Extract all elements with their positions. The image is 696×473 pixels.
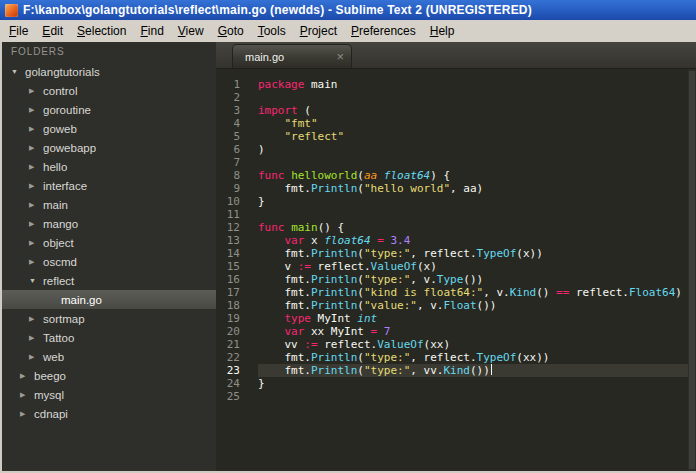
tree-folder-mango[interactable]: ▶mango [2, 214, 216, 233]
code-line-11[interactable] [258, 208, 688, 221]
code-line-12[interactable]: func main() { [258, 221, 688, 234]
code-token: MyInt [311, 312, 357, 325]
tree-folder-gowebapp[interactable]: ▶gowebapp [2, 138, 216, 157]
menu-preferences[interactable]: Preferences [344, 22, 423, 40]
tree-folder-interface[interactable]: ▶interface [2, 176, 216, 195]
tree-folder-control[interactable]: ▶control [2, 81, 216, 100]
code-line-3[interactable]: import ( [258, 104, 688, 117]
code-token: ( [357, 299, 364, 312]
menu-selection[interactable]: Selection [70, 22, 133, 40]
tree-folder-object[interactable]: ▶object [2, 233, 216, 252]
tree-folder-hello[interactable]: ▶hello [2, 157, 216, 176]
chevron-right-icon[interactable]: ▶ [20, 410, 34, 418]
code-line-8[interactable]: func helloworld(aa float64) { [258, 169, 688, 182]
chevron-right-icon[interactable]: ▶ [29, 334, 43, 342]
chevron-right-icon[interactable]: ▶ [29, 87, 43, 95]
code-line-14[interactable]: fmt.Println("type:", reflect.TypeOf(x)) [258, 247, 688, 260]
line-number: 22 [216, 351, 240, 364]
line-number: 2 [216, 91, 240, 104]
chevron-right-icon[interactable]: ▶ [29, 239, 43, 247]
chevron-right-icon[interactable]: ▶ [29, 125, 43, 133]
code-line-4[interactable]: "fmt" [258, 117, 688, 130]
line-number: 21 [216, 338, 240, 351]
code-line-13[interactable]: var x float64 = 3.4 [258, 234, 688, 247]
tree-folder-mysql[interactable]: ▶mysql [2, 385, 216, 404]
chevron-down-icon[interactable]: ▼ [11, 68, 25, 75]
code-line-6[interactable]: ) [258, 143, 688, 156]
code-token [258, 325, 285, 338]
chevron-right-icon[interactable]: ▶ [29, 353, 43, 361]
code-token: var [285, 325, 305, 338]
code-line-23[interactable]: fmt.Println("type:", vv.Kind()) [258, 364, 688, 377]
line-number: 19 [216, 312, 240, 325]
code-line-10[interactable]: } [258, 195, 688, 208]
tree-item-label: web [43, 351, 64, 363]
code-token: ) [258, 143, 265, 156]
code-line-18[interactable]: fmt.Println("value:", v.Float()) [258, 299, 688, 312]
code-token: float64 [384, 169, 430, 182]
chevron-down-icon[interactable]: ▼ [29, 277, 43, 284]
chevron-right-icon[interactable]: ▶ [20, 391, 34, 399]
code-line-22[interactable]: fmt.Println("type:", reflect.TypeOf(xx)) [258, 351, 688, 364]
code-token: ()) [463, 273, 483, 286]
title-bar[interactable]: F:\kanbox\golangtutorials\reflect\main.g… [0, 0, 696, 20]
menu-edit[interactable]: Edit [35, 22, 70, 40]
code-line-15[interactable]: v := reflect.ValueOf(x) [258, 260, 688, 273]
tree-folder-reflect[interactable]: ▼reflect [2, 271, 216, 290]
code-token: main [291, 221, 318, 234]
menu-tools[interactable]: Tools [251, 22, 293, 40]
tab-main-go[interactable]: main.go × [232, 44, 352, 68]
tree-folder-cdnapi[interactable]: ▶cdnapi [2, 404, 216, 423]
code-token: Float64 [629, 286, 675, 299]
tree-folder-oscmd[interactable]: ▶oscmd [2, 252, 216, 271]
chevron-right-icon[interactable]: ▶ [29, 258, 43, 266]
tab-bar: main.go × [216, 42, 696, 69]
scrollbar-thumb[interactable] [689, 71, 695, 469]
tree-folder-beego[interactable]: ▶beego [2, 366, 216, 385]
chevron-right-icon[interactable]: ▶ [29, 220, 43, 228]
tree-folder-golangtutorials[interactable]: ▼golangtutorials [2, 62, 216, 81]
code-token: , vv. [410, 364, 443, 377]
code-area[interactable]: 1234567891011121314151617181920212223242… [216, 69, 696, 471]
code-token: "value:" [364, 299, 417, 312]
tree-folder-main[interactable]: ▶main [2, 195, 216, 214]
menu-file[interactable]: File [2, 22, 35, 40]
code-line-2[interactable] [258, 91, 688, 104]
tree-item-label: interface [43, 180, 87, 192]
code-line-16[interactable]: fmt.Println("type:", v.Type()) [258, 273, 688, 286]
code-line-19[interactable]: type MyInt int [258, 312, 688, 325]
code-line-24[interactable]: } [258, 377, 688, 390]
chevron-right-icon[interactable]: ▶ [29, 106, 43, 114]
code-line-21[interactable]: vv := reflect.ValueOf(xx) [258, 338, 688, 351]
menu-view[interactable]: View [171, 22, 211, 40]
code-line-25[interactable] [258, 390, 688, 403]
menu-goto[interactable]: Goto [211, 22, 251, 40]
tree-folder-tattoo[interactable]: ▶Tattoo [2, 328, 216, 347]
code-token: ( [298, 104, 311, 117]
tree-folder-sortmap[interactable]: ▶sortmap [2, 309, 216, 328]
code-line-5[interactable]: "reflect" [258, 130, 688, 143]
tree-folder-web[interactable]: ▶web [2, 347, 216, 366]
tab-close-icon[interactable]: × [336, 50, 344, 63]
chevron-right-icon[interactable]: ▶ [29, 163, 43, 171]
vertical-scrollbar[interactable] [688, 69, 696, 471]
code-line-9[interactable]: fmt.Println("hello world", aa) [258, 182, 688, 195]
chevron-right-icon[interactable]: ▶ [29, 201, 43, 209]
code-line-7[interactable] [258, 156, 688, 169]
chevron-right-icon[interactable]: ▶ [29, 315, 43, 323]
line-number: 11 [216, 208, 240, 221]
tree-folder-goweb[interactable]: ▶goweb [2, 119, 216, 138]
menu-project[interactable]: Project [293, 22, 344, 40]
tree-file-main.go[interactable]: main.go [2, 290, 216, 309]
code-line-1[interactable]: package main [258, 78, 688, 91]
code-token: (xx)) [516, 351, 549, 364]
code-token: fmt. [258, 351, 311, 364]
menu-find[interactable]: Find [133, 22, 170, 40]
chevron-right-icon[interactable]: ▶ [20, 372, 34, 380]
code-line-17[interactable]: fmt.Println("kind is float64:", v.Kind()… [258, 286, 688, 299]
tree-folder-goroutine[interactable]: ▶goroutine [2, 100, 216, 119]
menu-help[interactable]: Help [423, 22, 462, 40]
chevron-right-icon[interactable]: ▶ [29, 144, 43, 152]
code-line-20[interactable]: var xx MyInt = 7 [258, 325, 688, 338]
chevron-right-icon[interactable]: ▶ [29, 182, 43, 190]
